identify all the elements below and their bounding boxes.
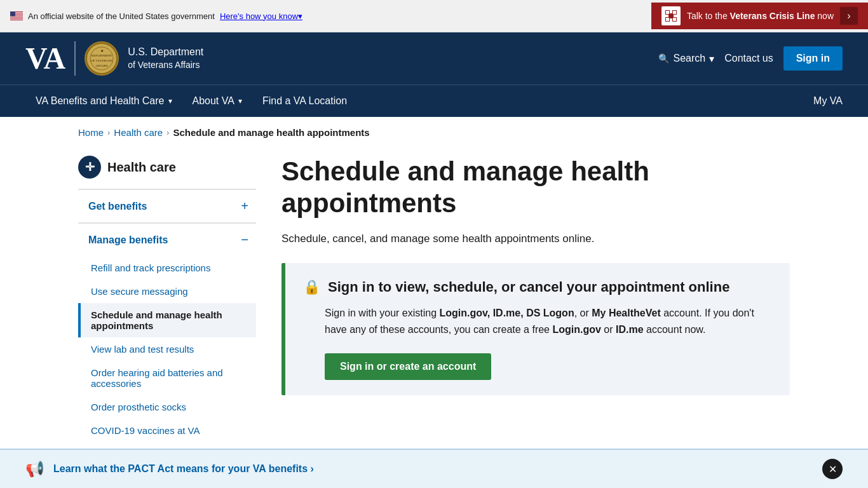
svg-text:DEPARTMENT: DEPARTMENT bbox=[92, 54, 112, 57]
sidebar-get-benefits-section: Get benefits + bbox=[78, 189, 256, 222]
nav-my-va[interactable]: My VA bbox=[813, 85, 843, 117]
svg-text:OF VETERANS: OF VETERANS bbox=[91, 59, 112, 62]
crisis-text: Talk to the Veterans Crisis Line now bbox=[687, 11, 834, 21]
svg-point-18 bbox=[86, 43, 117, 74]
svg-rect-15 bbox=[673, 11, 676, 14]
crisis-chevron-icon: › bbox=[840, 7, 858, 25]
page-content: Home › Health care › Schedule and manage… bbox=[53, 117, 815, 468]
crisis-icon-svg bbox=[665, 10, 677, 22]
nav-benefits-chevron-icon: ▾ bbox=[168, 97, 172, 105]
nav-about-chevron-icon: ▾ bbox=[238, 97, 242, 105]
va-seal: DEPARTMENT OF VETERANS AFFAIRS ★ bbox=[85, 41, 119, 76]
us-flag-icon bbox=[10, 11, 23, 20]
how-you-know-link[interactable]: Here's how you know▾ bbox=[220, 11, 302, 21]
manage-benefits-toggle-icon: − bbox=[241, 233, 248, 247]
main-content: Schedule and manage health appointments … bbox=[281, 148, 790, 442]
va-letters: VA bbox=[25, 43, 65, 74]
search-icon: 🔍 bbox=[658, 53, 669, 64]
breadcrumb-home[interactable]: Home bbox=[78, 127, 104, 138]
pact-close-button[interactable]: ✕ bbox=[822, 459, 843, 468]
close-icon: ✕ bbox=[829, 463, 837, 468]
sidebar-title: ✛ Health care bbox=[78, 148, 256, 189]
seal-svg: DEPARTMENT OF VETERANS AFFAIRS ★ bbox=[86, 43, 118, 74]
crisis-grid-icon bbox=[661, 6, 681, 25]
signin-create-account-button[interactable]: Sign in or create an account bbox=[325, 353, 491, 380]
sidebar-item-appointments[interactable]: Schedule and manage health appointments bbox=[78, 303, 256, 337]
sidebar-get-benefits-header[interactable]: Get benefits + bbox=[78, 190, 256, 222]
svg-rect-4 bbox=[10, 17, 23, 17]
breadcrumb-sep-1: › bbox=[107, 128, 110, 137]
va-logo[interactable]: VA DEPARTMENT OF VETERANS AFFAIRS ★ U.S.… bbox=[25, 41, 203, 76]
breadcrumb-sep-2: › bbox=[166, 128, 169, 137]
signin-card-title-row: 🔒 Sign in to view, schedule, or cancel y… bbox=[303, 278, 772, 297]
sidebar-item-covid[interactable]: COVID-19 vaccines at VA bbox=[78, 419, 256, 442]
megaphone-icon: 📢 bbox=[25, 460, 44, 468]
svg-rect-7 bbox=[10, 11, 15, 17]
header-actions: 🔍 Search ▾ Contact us Sign in bbox=[658, 46, 843, 71]
sidebar: ✛ Health care Get benefits + Manage bene… bbox=[78, 148, 256, 442]
pact-banner: 📢 Learn what the PACT Act means for your… bbox=[0, 449, 868, 468]
sidebar-item-prosthetic[interactable]: Order prosthetic socks bbox=[78, 395, 256, 419]
signin-card-body: Sign in with your existing Login.gov, ID… bbox=[325, 305, 772, 337]
search-chevron-icon: ▾ bbox=[709, 53, 714, 65]
va-dept-text: U.S. Department of Veterans Affairs bbox=[128, 45, 203, 72]
page-subtitle: Schedule, cancel, and manage some health… bbox=[281, 233, 790, 245]
id-me-text: ID.me bbox=[616, 324, 644, 335]
sign-in-button[interactable]: Sign in bbox=[783, 46, 843, 71]
svg-rect-6 bbox=[10, 19, 23, 20]
providers-text: Login.gov, ID.me, DS Logon bbox=[440, 308, 574, 318]
official-text: An official website of the United States… bbox=[28, 11, 215, 21]
svg-rect-13 bbox=[668, 13, 674, 18]
main-layout: ✛ Health care Get benefits + Manage bene… bbox=[78, 148, 790, 468]
search-button[interactable]: 🔍 Search ▾ bbox=[658, 53, 714, 65]
svg-rect-17 bbox=[673, 18, 676, 21]
svg-text:AFFAIRS: AFFAIRS bbox=[95, 64, 108, 67]
main-nav: VA Benefits and Health Care ▾ About VA ▾… bbox=[0, 85, 868, 117]
sidebar-item-lab-results[interactable]: View lab and test results bbox=[78, 337, 256, 361]
crisis-line-banner[interactable]: Talk to the Veterans Crisis Line now › bbox=[651, 3, 868, 29]
svg-rect-14 bbox=[666, 11, 669, 14]
breadcrumb: Home › Health care › Schedule and manage… bbox=[78, 117, 790, 148]
sidebar-item-hearing-aid[interactable]: Order hearing aid batteries and accessor… bbox=[78, 361, 256, 395]
sidebar-item-messaging[interactable]: Use secure messaging bbox=[78, 280, 256, 303]
pact-act-link[interactable]: Learn what the PACT Act means for your V… bbox=[53, 463, 314, 468]
official-banner: An official website of the United States… bbox=[0, 0, 868, 32]
nav-find-location[interactable]: Find a VA Location bbox=[252, 85, 357, 117]
page-title: Schedule and manage health appointments bbox=[281, 156, 790, 220]
svg-rect-16 bbox=[666, 18, 669, 21]
breadcrumb-health-care[interactable]: Health care bbox=[114, 127, 163, 138]
login-gov-text: Login.gov bbox=[552, 324, 600, 335]
sidebar-manage-benefits-section: Manage benefits − Refill and track presc… bbox=[78, 222, 256, 442]
lock-icon: 🔒 bbox=[303, 279, 320, 295]
signin-card-title: Sign in to view, schedule, or cancel you… bbox=[328, 278, 729, 297]
contact-us-link[interactable]: Contact us bbox=[724, 53, 773, 64]
nav-links: VA Benefits and Health Care ▾ About VA ▾… bbox=[25, 85, 357, 117]
sidebar-item-prescriptions[interactable]: Refill and track prescriptions bbox=[78, 256, 256, 280]
main-header: VA DEPARTMENT OF VETERANS AFFAIRS ★ U.S.… bbox=[0, 32, 868, 85]
breadcrumb-current: Schedule and manage health appointments bbox=[173, 127, 369, 138]
svg-rect-5 bbox=[10, 18, 23, 18]
logo-divider bbox=[74, 41, 76, 76]
pact-banner-left: 📢 Learn what the PACT Act means for your… bbox=[25, 460, 314, 468]
nav-benefits-health[interactable]: VA Benefits and Health Care ▾ bbox=[25, 85, 182, 117]
health-care-icon: ✛ bbox=[78, 156, 101, 179]
svg-text:★: ★ bbox=[100, 49, 104, 53]
nav-about-va[interactable]: About VA ▾ bbox=[182, 85, 252, 117]
my-healthevet-text: My HealtheVet bbox=[592, 308, 660, 318]
get-benefits-toggle-icon: + bbox=[241, 199, 248, 214]
sidebar-manage-benefits-header[interactable]: Manage benefits − bbox=[78, 224, 256, 256]
signin-card: 🔒 Sign in to view, schedule, or cancel y… bbox=[281, 263, 790, 395]
official-banner-left: An official website of the United States… bbox=[0, 11, 302, 21]
